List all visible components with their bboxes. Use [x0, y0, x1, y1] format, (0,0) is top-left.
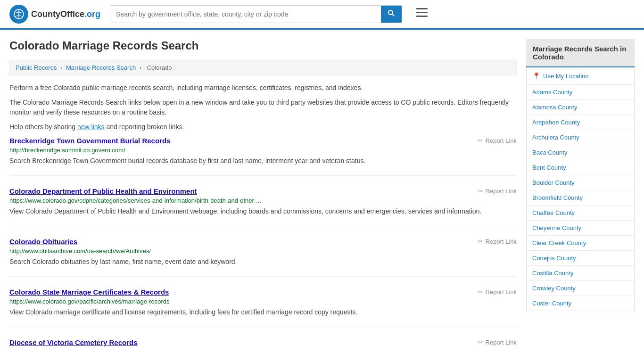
- record-url[interactable]: https://www.colorado.gov/cdphe/categorie…: [9, 197, 517, 204]
- report-icon: ✂: [478, 338, 483, 346]
- record-title[interactable]: Breckenridge Town Government Burial Reco…: [9, 137, 170, 145]
- sidebar-list: 📍 Use My Location Adams CountyAlamosa Co…: [526, 67, 635, 311]
- breadcrumb-marriage-records-search[interactable]: Marriage Records Search: [66, 64, 136, 71]
- sidebar-county-item[interactable]: Clear Creek County: [527, 236, 634, 251]
- record-header: Colorado State Marriage Certificates & R…: [9, 288, 517, 296]
- report-link-button[interactable]: ✂ Report Link: [478, 137, 517, 144]
- record-item: Diocese of Victoria Cemetery Records ✂ R…: [9, 338, 517, 358]
- sidebar-county-item[interactable]: Cheyenne County: [527, 221, 634, 236]
- record-header: Colorado Department of Public Health and…: [9, 187, 517, 195]
- record-url[interactable]: https://www.colorado.gov/pacific/archive…: [9, 298, 517, 305]
- breadcrumb-public-records[interactable]: Public Records: [16, 64, 57, 71]
- use-my-location[interactable]: 📍 Use My Location: [527, 67, 634, 85]
- record-description: View Colorado Department of Public Healt…: [9, 206, 517, 216]
- new-links-link[interactable]: new links: [77, 123, 105, 131]
- report-icon: ✂: [478, 238, 483, 245]
- record-description: Search Breckenridge Town Government buri…: [9, 156, 517, 166]
- record-header: Breckenridge Town Government Burial Reco…: [9, 137, 517, 145]
- report-icon: ✂: [478, 288, 483, 296]
- sidebar-county-item[interactable]: Conejos County: [527, 251, 634, 266]
- sidebar: Marriage Records Search in Colorado 📍 Us…: [526, 39, 635, 362]
- breadcrumb: Public Records › Marriage Records Search…: [9, 60, 517, 75]
- report-icon: ✂: [478, 187, 483, 195]
- svg-rect-6: [416, 16, 428, 17]
- search-input[interactable]: [110, 6, 381, 23]
- sidebar-county-item[interactable]: Custer County: [527, 296, 634, 311]
- sidebar-header: Marriage Records Search in Colorado: [526, 39, 635, 67]
- sidebar-county-item[interactable]: Alamosa County: [527, 100, 634, 115]
- content-area: Colorado Marriage Records Search Public …: [9, 39, 517, 362]
- sidebar-county-item[interactable]: Arapahoe County: [527, 115, 634, 130]
- sidebar-county-item[interactable]: Archuleta County: [527, 130, 634, 145]
- record-title[interactable]: Colorado State Marriage Certificates & R…: [9, 288, 169, 296]
- location-pin-icon: 📍: [532, 72, 540, 80]
- sidebar-county-item[interactable]: Bent County: [527, 160, 634, 175]
- record-description: Search Colorado obituaries by last name,…: [9, 257, 517, 267]
- svg-point-2: [388, 10, 393, 15]
- record-item: Colorado Department of Public Health and…: [9, 187, 517, 226]
- intro-paragraph-1: Perform a free Colorado public marriage …: [9, 83, 517, 93]
- record-item: Colorado Obituaries ✂ Report Link http:/…: [9, 238, 517, 277]
- intro-paragraph-2: The Colorado Marriage Records Search lin…: [9, 98, 517, 117]
- breadcrumb-colorado: Colorado: [147, 64, 172, 71]
- search-bar: [110, 5, 402, 23]
- record-header: Colorado Obituaries ✂ Report Link: [9, 238, 517, 246]
- logo[interactable]: CountyOffice.org: [9, 5, 100, 24]
- report-link-button[interactable]: ✂ Report Link: [478, 238, 517, 245]
- svg-line-3: [392, 14, 395, 16]
- report-link-button[interactable]: ✂ Report Link: [478, 187, 517, 195]
- sidebar-county-item[interactable]: Crowley County: [527, 281, 634, 296]
- record-item: Colorado State Marriage Certificates & R…: [9, 288, 517, 327]
- logo-icon: [9, 5, 28, 24]
- svg-rect-5: [416, 12, 428, 13]
- sidebar-county-item[interactable]: Chaffee County: [527, 206, 634, 221]
- page-title: Colorado Marriage Records Search: [9, 39, 517, 52]
- record-title[interactable]: Diocese of Victoria Cemetery Records: [9, 338, 138, 346]
- svg-rect-4: [416, 8, 428, 9]
- report-link-button[interactable]: ✂ Report Link: [478, 338, 517, 346]
- sidebar-county-item[interactable]: Broomfield County: [527, 190, 634, 206]
- record-url[interactable]: http://breckenridge.summit.co.govern.com…: [9, 147, 517, 154]
- report-icon: ✂: [478, 137, 483, 144]
- record-title[interactable]: Colorado Department of Public Health and…: [9, 187, 197, 195]
- logo-text: CountyOffice.org: [31, 9, 100, 19]
- record-description: View Colorado marriage certificate and l…: [9, 307, 517, 317]
- record-item: Breckenridge Town Government Burial Reco…: [9, 137, 517, 176]
- records-list: Breckenridge Town Government Burial Reco…: [9, 137, 517, 358]
- sidebar-county-item[interactable]: Boulder County: [527, 175, 634, 190]
- record-header: Diocese of Victoria Cemetery Records ✂ R…: [9, 338, 517, 346]
- sidebar-county-item[interactable]: Baca County: [527, 145, 634, 160]
- menu-button[interactable]: [416, 8, 428, 20]
- sidebar-county-item[interactable]: Adams County: [527, 85, 634, 100]
- record-url[interactable]: http://www.obitsarchive.com/oa-search/we…: [9, 247, 517, 255]
- main-container: Colorado Marriage Records Search Public …: [0, 30, 644, 362]
- site-header: CountyOffice.org: [0, 0, 644, 30]
- search-button[interactable]: [381, 6, 402, 23]
- report-link-button[interactable]: ✂ Report Link: [478, 288, 517, 296]
- intro-paragraph-3: Help others by sharing new links and rep…: [9, 122, 517, 132]
- sidebar-county-item[interactable]: Costilla County: [527, 266, 634, 281]
- record-title[interactable]: Colorado Obituaries: [9, 238, 77, 246]
